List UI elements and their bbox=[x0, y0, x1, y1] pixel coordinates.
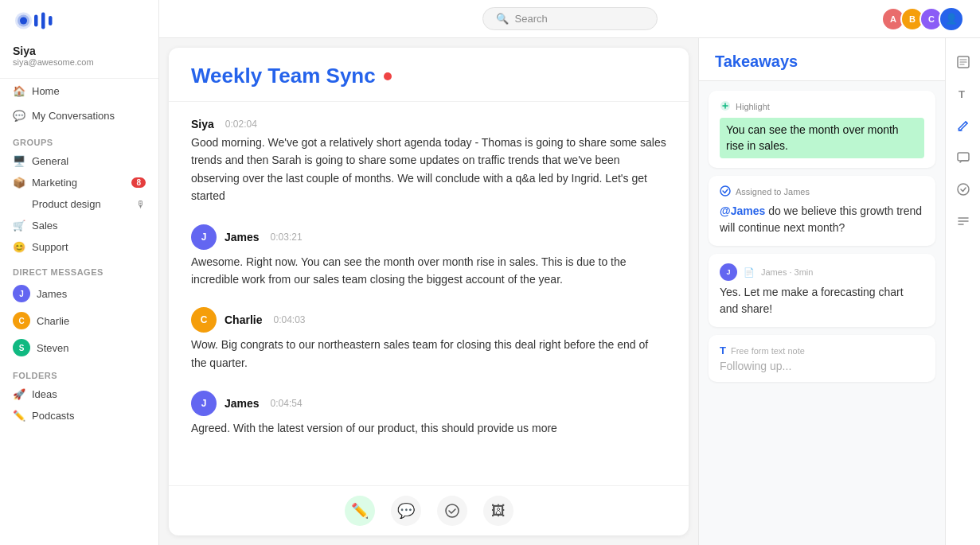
search-icon: 🔍 bbox=[496, 13, 509, 25]
checkmark-icon-button[interactable] bbox=[949, 175, 978, 204]
svg-text:T: T bbox=[959, 88, 965, 100]
microphone-icon: 🎙 bbox=[136, 199, 146, 210]
freeform-icon: T bbox=[720, 345, 726, 356]
highlight-button[interactable]: ✏️ bbox=[345, 496, 375, 526]
highlight-icon bbox=[720, 100, 731, 113]
sidebar-item-my-conversations[interactable]: 💬 My Conversations bbox=[0, 103, 158, 128]
message-4-header: J James 0:04:54 bbox=[191, 391, 666, 416]
charlie-avatar: C bbox=[13, 312, 30, 329]
steven-avatar: S bbox=[13, 339, 30, 356]
sidebar-item-marketing[interactable]: 📦 Marketing 8 bbox=[0, 172, 158, 193]
avatar-4-active[interactable]: 👤 bbox=[939, 6, 964, 32]
main-content: 🔍 Search A B C 👤 Weekly Team Sync bbox=[159, 0, 980, 545]
user-email: siya@awesome.com bbox=[13, 57, 146, 67]
folders-section-title: Folders bbox=[0, 361, 158, 383]
general-icon: 🖥️ bbox=[13, 155, 25, 167]
reply-header: J 📄 James · 3min bbox=[720, 263, 924, 281]
sidebar: Siya siya@awesome.com 🏠 Home 💬 My Conver… bbox=[0, 0, 159, 545]
sidebar-item-charlie[interactable]: C Charlie bbox=[0, 307, 158, 334]
sidebar-item-podcasts[interactable]: ✏️ Podcasts bbox=[0, 405, 158, 426]
msg-3-text: Wow. Big congrats to our northeastern sa… bbox=[191, 336, 666, 372]
sidebar-item-ideas[interactable]: 🚀 Ideas bbox=[0, 383, 158, 405]
dm-section-title: Direct Messages bbox=[0, 258, 158, 280]
transcript-icon-button[interactable] bbox=[949, 48, 978, 76]
takeaway-card-assigned: Assigned to James @James do we believe t… bbox=[709, 176, 935, 246]
msg-1-time: 0:02:04 bbox=[225, 119, 257, 130]
right-sidebar-icons: T bbox=[945, 38, 980, 545]
text-icon-button[interactable]: T bbox=[949, 80, 978, 108]
message-1: Siya 0:02:04 Good morning. We've got a r… bbox=[191, 118, 666, 205]
msg-2-avatar: J bbox=[191, 224, 217, 250]
msg-1-sender: Siya bbox=[191, 118, 214, 130]
conversation-toolbar: ✏️ 💬 🖼 bbox=[169, 485, 689, 535]
highlight-icon-button[interactable] bbox=[949, 111, 978, 140]
takeaway-card-highlight: Highlight You can see the month over mon… bbox=[709, 91, 935, 168]
marketing-icon: 📦 bbox=[13, 177, 25, 189]
content-area: Weekly Team Sync Siya 0:02:04 Good morni… bbox=[159, 38, 980, 545]
search-bar[interactable]: 🔍 Search bbox=[482, 7, 658, 30]
takeaways-list: Highlight You can see the month over mon… bbox=[699, 81, 945, 545]
takeaway-card-freeform[interactable]: T Free form text note Following up... bbox=[709, 335, 935, 382]
msg-4-avatar: J bbox=[191, 391, 217, 416]
comment-button[interactable]: 💬 bbox=[391, 496, 421, 526]
message-1-header: Siya 0:02:04 bbox=[191, 118, 666, 130]
groups-section-title: Groups bbox=[0, 128, 158, 150]
msg-4-sender: James bbox=[225, 397, 260, 410]
freeform-label: T Free form text note bbox=[720, 345, 924, 356]
message-3-header: C Charlie 0:04:03 bbox=[191, 307, 666, 333]
assigned-mention: @James bbox=[720, 204, 765, 217]
msg-2-text: Awesome. Right now. You can see the mont… bbox=[191, 253, 666, 289]
svg-rect-14 bbox=[958, 153, 969, 161]
svg-point-6 bbox=[446, 504, 459, 517]
message-2-header: J James 0:03:21 bbox=[191, 224, 666, 250]
username: Siya bbox=[13, 45, 146, 57]
msg-4-time: 0:04:54 bbox=[271, 398, 303, 409]
sidebar-item-support[interactable]: 😊 Support bbox=[0, 236, 158, 258]
assign-button[interactable] bbox=[437, 496, 467, 526]
logo bbox=[0, 0, 158, 38]
msg-2-sender: James bbox=[225, 231, 260, 243]
msg-2-time: 0:03:21 bbox=[271, 232, 303, 243]
reply-meta: James · 3min bbox=[761, 267, 813, 277]
comment-icon-button[interactable] bbox=[949, 143, 978, 172]
msg-3-avatar: C bbox=[191, 307, 217, 333]
sidebar-item-james[interactable]: J James bbox=[0, 280, 158, 307]
topbar: 🔍 Search A B C 👤 bbox=[159, 0, 980, 38]
sales-icon: 🛒 bbox=[13, 220, 25, 232]
svg-rect-3 bbox=[34, 15, 38, 27]
highlight-label: Highlight bbox=[720, 100, 924, 113]
support-icon: 😊 bbox=[13, 241, 25, 253]
msg-4-text: Agreed. With the latest version of our p… bbox=[191, 419, 666, 437]
live-indicator bbox=[384, 72, 392, 80]
podcasts-icon: ✏️ bbox=[13, 410, 25, 422]
freeform-text[interactable]: Following up... bbox=[720, 360, 924, 372]
user-info: Siya siya@awesome.com bbox=[0, 38, 158, 79]
conversation-title: Weekly Team Sync bbox=[191, 64, 666, 88]
highlight-text: You can see the month over month rise in… bbox=[720, 118, 924, 158]
conversations-icon: 💬 bbox=[13, 110, 25, 122]
message-2: J James 0:03:21 Awesome. Right now. You … bbox=[191, 224, 666, 289]
svg-point-15 bbox=[958, 184, 969, 195]
message-4: J James 0:04:54 Agreed. With the latest … bbox=[191, 391, 666, 437]
svg-rect-5 bbox=[49, 16, 53, 25]
james-avatar: J bbox=[13, 285, 30, 302]
reply-doc-icon: 📄 bbox=[744, 267, 755, 278]
svg-point-2 bbox=[20, 18, 27, 25]
takeaways-panel: Takeaways Highlight You can see the mont bbox=[698, 38, 945, 545]
conversation-header: Weekly Team Sync bbox=[169, 48, 689, 102]
sidebar-item-sales[interactable]: 🛒 Sales bbox=[0, 215, 158, 236]
list-icon-button[interactable] bbox=[949, 207, 978, 236]
assigned-check-icon bbox=[720, 185, 731, 198]
image-button[interactable]: 🖼 bbox=[483, 496, 513, 526]
msg-1-text: Good morning. We've got a relatively sho… bbox=[191, 134, 666, 205]
sidebar-item-product-design[interactable]: Product design 🎙 bbox=[0, 193, 158, 215]
msg-3-sender: Charlie bbox=[225, 313, 262, 326]
takeaway-card-reply: J 📄 James · 3min Yes. Let me make a fore… bbox=[709, 254, 935, 327]
msg-3-time: 0:04:03 bbox=[273, 314, 305, 325]
sidebar-item-steven[interactable]: S Steven bbox=[0, 334, 158, 361]
sidebar-item-home[interactable]: 🏠 Home bbox=[0, 79, 158, 103]
home-icon: 🏠 bbox=[13, 85, 25, 97]
sidebar-item-general[interactable]: 🖥️ General bbox=[0, 150, 158, 172]
messages-area: Siya 0:02:04 Good morning. We've got a r… bbox=[169, 102, 689, 485]
conversation-panel: Weekly Team Sync Siya 0:02:04 Good morni… bbox=[169, 48, 689, 535]
